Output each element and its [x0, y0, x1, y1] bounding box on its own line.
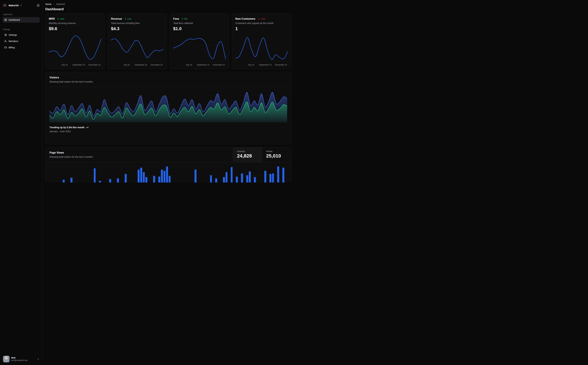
bar: [125, 174, 127, 182]
trend-badge: 20%: [57, 18, 64, 20]
stat-subtitle: Total fees collected: [173, 22, 226, 24]
stat-title: New Customers: [235, 17, 255, 20]
bar: [236, 176, 238, 182]
visitors-subtitle: Showing total visitors for the last 6 mo…: [49, 80, 287, 83]
desktop-total: 24,828: [237, 153, 258, 159]
bar: [138, 170, 140, 182]
bar: [63, 180, 65, 182]
trend-badge: 9%: [181, 18, 187, 20]
bar: [169, 176, 171, 182]
visitors-date-range: January - June 2024: [49, 130, 287, 133]
bar: [99, 181, 101, 182]
sparkline-chart-new-customers: [235, 34, 288, 63]
sparkline-x-axis: July 24September 24December 24: [173, 64, 226, 67]
bar: [140, 168, 142, 182]
makerkit-logo: m: [3, 3, 7, 7]
visitors-title: Visitors: [49, 76, 287, 79]
mobile-total: 25,010: [266, 153, 287, 159]
main-content: Home Makerkit Dashboard MRR 20% Monthly …: [42, 0, 294, 182]
page-views-title: Page Views: [49, 151, 229, 154]
chevron-right-icon: [53, 3, 55, 5]
page-views-card: Page Views Showing total visitors for th…: [45, 147, 291, 182]
stat-value: $9.6: [49, 26, 101, 31]
stat-value: $1.0: [173, 26, 226, 31]
page-views-subtitle: Showing total visitors for the last 3 mo…: [49, 155, 229, 158]
bar: [153, 176, 155, 182]
bar: [231, 167, 233, 182]
stat-value: 1: [235, 26, 288, 31]
bar: [70, 178, 72, 182]
stat-card-mrr: MRR 20% Monthly recurring revenue $9.6 J…: [45, 14, 105, 69]
bar: [145, 177, 147, 182]
sparkline-x-axis: July 24September 24December 24: [235, 64, 288, 67]
arrow-up-icon: [57, 18, 59, 20]
sidebar-item-settings[interactable]: Settings: [3, 32, 40, 38]
sparkline-x-axis: July 24September 24December 24: [111, 64, 163, 67]
trending-up-icon: [86, 126, 89, 129]
credit-card-icon: [4, 46, 7, 49]
sidebar-item-label: Dashboard: [9, 19, 20, 21]
visitors-card: Visitors Showing total visitors for the …: [45, 72, 291, 144]
nav-section-label-settings: Settings: [3, 28, 40, 31]
bar: [249, 171, 251, 182]
bar: [161, 170, 163, 182]
stat-title: MRR: [49, 17, 55, 20]
trend-badge: 12%: [125, 18, 131, 20]
bar: [117, 178, 119, 182]
stat-card-revenue: Revenue 12% Total revenue including fees…: [108, 14, 167, 69]
stats-row: MRR 20% Monthly recurring revenue $9.6 J…: [45, 14, 291, 69]
stat-subtitle: Total revenue including fees: [111, 22, 163, 24]
stat-subtitle: Monthly recurring revenue: [49, 22, 101, 24]
stat-value: $4.3: [111, 26, 163, 31]
breadcrumb: Home Makerkit: [45, 2, 291, 6]
sidebar-item-billing[interactable]: Billing: [3, 45, 40, 50]
trend-badge: -25%: [258, 18, 265, 20]
arrow-down-icon: [258, 18, 260, 20]
tab-desktop[interactable]: Desktop 24,828: [233, 147, 262, 162]
bar: [109, 179, 111, 182]
sparkline-x-axis: July 24September 24December 24: [49, 64, 101, 67]
workspace-selector[interactable]: m Makerkit: [3, 2, 40, 8]
bar: [264, 171, 266, 182]
bar: [166, 167, 168, 182]
sparkline-chart-mrr: [49, 34, 101, 63]
breadcrumb-home[interactable]: Home: [45, 3, 51, 6]
dashboard-icon: [4, 19, 7, 21]
bell-icon[interactable]: [36, 4, 40, 7]
sidebar-item-label: Members: [9, 40, 18, 42]
users-icon: [4, 40, 7, 42]
page-title: Dashboard: [45, 7, 291, 11]
bar: [143, 172, 145, 182]
bar: [246, 175, 248, 182]
page-views-bar-chart: [49, 162, 287, 182]
bar: [164, 171, 166, 182]
stat-card-fees: Fees 9% Total fees collected $1.0 July 2…: [170, 14, 229, 69]
bar: [277, 167, 279, 182]
stat-card-new-customers: New Customers -25% Customers who signed …: [232, 14, 291, 69]
sidebar-item-dashboard[interactable]: Dashboard: [3, 17, 40, 23]
bar: [94, 168, 96, 182]
sidebar-item-label: Billing: [9, 46, 15, 49]
bar: [194, 170, 196, 182]
bar: [210, 175, 212, 182]
stat-title: Revenue: [111, 17, 122, 20]
sparkline-chart-fees: [173, 34, 226, 63]
sidebar-item-members[interactable]: Members: [3, 38, 40, 44]
bar: [254, 177, 256, 182]
stat-subtitle: Customers who signed up this month: [235, 22, 288, 24]
sidebar-item-label: Settings: [9, 34, 17, 36]
bar: [241, 173, 243, 182]
gear-icon: [4, 34, 7, 36]
bar: [158, 176, 160, 182]
breadcrumb-current: Makerkit: [56, 3, 65, 6]
visitors-area-chart: [49, 87, 287, 122]
stat-title: Fees: [173, 17, 179, 20]
arrow-up-icon: [125, 18, 126, 20]
sparkline-chart-revenue: [111, 34, 163, 63]
nav-section-label-application: Application: [3, 13, 40, 15]
tab-mobile[interactable]: Mobile 25,010: [262, 147, 291, 162]
bar: [226, 172, 228, 182]
bar: [270, 174, 271, 182]
sidebar: m Makerkit Application Dashboard Setting…: [0, 0, 42, 182]
workspace-name: Makerkit: [9, 4, 19, 7]
